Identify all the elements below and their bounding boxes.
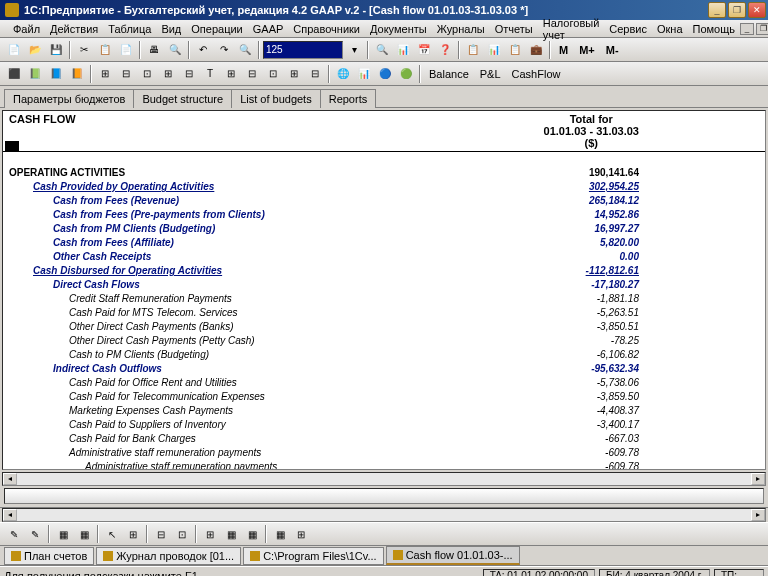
- search-icon[interactable]: 🔍: [372, 40, 392, 60]
- menu-reports[interactable]: Отчеты: [490, 23, 538, 35]
- menu-windows[interactable]: Окна: [652, 23, 688, 35]
- t2-4-icon[interactable]: 📙: [67, 64, 87, 84]
- tool3-icon[interactable]: 📋: [505, 40, 525, 60]
- window-tab[interactable]: План счетов: [4, 547, 94, 565]
- menu-file[interactable]: Файл: [8, 23, 45, 35]
- bb-6-icon[interactable]: ⊟: [151, 524, 171, 544]
- preview-icon[interactable]: 🔍: [165, 40, 185, 60]
- t2-9-icon[interactable]: ⊟: [179, 64, 199, 84]
- menu-docs[interactable]: Документы: [365, 23, 432, 35]
- t2-6-icon[interactable]: ⊟: [116, 64, 136, 84]
- mplus-button[interactable]: M+: [574, 43, 600, 57]
- t2-12-icon[interactable]: ⊟: [242, 64, 262, 84]
- report-hscroll[interactable]: ◂ ▸: [2, 472, 766, 486]
- bb-1-icon[interactable]: ✎: [4, 524, 24, 544]
- scroll-left-icon[interactable]: ◂: [3, 473, 17, 485]
- minimize-button[interactable]: _: [708, 2, 726, 18]
- window-tab[interactable]: Журнал проводок [01...: [96, 547, 241, 565]
- close-button[interactable]: ✕: [748, 2, 766, 18]
- tab-structure[interactable]: Budget structure: [133, 89, 232, 108]
- find-icon[interactable]: 🔍: [235, 40, 255, 60]
- balance-button[interactable]: Balance: [424, 67, 474, 81]
- calendar-icon[interactable]: 📅: [414, 40, 434, 60]
- bb-8-icon[interactable]: ⊞: [200, 524, 220, 544]
- row-label: Other Direct Cash Payments (Petty Cash): [9, 334, 579, 348]
- redo-icon[interactable]: ↷: [214, 40, 234, 60]
- scroll2-right-icon[interactable]: ▸: [751, 509, 765, 521]
- bb-9-icon[interactable]: ▦: [221, 524, 241, 544]
- menu-gaap[interactable]: GAAP: [248, 23, 289, 35]
- menu-view[interactable]: Вид: [156, 23, 186, 35]
- row-value: -1,881.18: [579, 292, 759, 306]
- menu-tax[interactable]: Налоговый учет: [538, 17, 605, 41]
- window-tab[interactable]: Cash flow 01.01.03-...: [386, 546, 520, 565]
- bb-2-icon[interactable]: ✎: [25, 524, 45, 544]
- maximize-button[interactable]: ❐: [728, 2, 746, 18]
- doc-restore-button[interactable]: ❐: [756, 23, 768, 35]
- mminus-button[interactable]: M-: [601, 43, 624, 57]
- report-row: Cash from Fees (Revenue)265,184.12: [3, 194, 765, 208]
- bb-7-icon[interactable]: ⊡: [172, 524, 192, 544]
- menu-refs[interactable]: Справочники: [288, 23, 365, 35]
- menu-operations[interactable]: Операции: [186, 23, 247, 35]
- tool2-icon[interactable]: 📊: [484, 40, 504, 60]
- dropdown-icon[interactable]: ▾: [344, 40, 364, 60]
- new-icon[interactable]: 📄: [4, 40, 24, 60]
- t2-18-icon[interactable]: 🔵: [375, 64, 395, 84]
- tab-list[interactable]: List of budgets: [231, 89, 321, 108]
- t2-7-icon[interactable]: ⊡: [137, 64, 157, 84]
- bb-11-icon[interactable]: ▦: [270, 524, 290, 544]
- t2-15-icon[interactable]: ⊟: [305, 64, 325, 84]
- tool4-icon[interactable]: 💼: [526, 40, 546, 60]
- save-icon[interactable]: 💾: [46, 40, 66, 60]
- t2-8-icon[interactable]: ⊞: [158, 64, 178, 84]
- bb-cursor-icon[interactable]: ↖: [102, 524, 122, 544]
- help-icon[interactable]: ❓: [435, 40, 455, 60]
- open-icon[interactable]: 📂: [25, 40, 45, 60]
- doc-minimize-button[interactable]: _: [740, 23, 754, 35]
- secondary-hscroll[interactable]: ◂ ▸: [2, 508, 766, 522]
- t2-19-icon[interactable]: 🟢: [396, 64, 416, 84]
- print-icon[interactable]: 🖶: [144, 40, 164, 60]
- bb-4-icon[interactable]: ▦: [74, 524, 94, 544]
- paste-icon[interactable]: 📄: [116, 40, 136, 60]
- tab-reports[interactable]: Reports: [320, 89, 377, 108]
- report-area[interactable]: CASH FLOW Total for 01.01.03 - 31.03.03 …: [2, 110, 766, 470]
- row-value: -78.25: [579, 334, 759, 348]
- t2-5-icon[interactable]: ⊞: [95, 64, 115, 84]
- t2-14-icon[interactable]: ⊞: [284, 64, 304, 84]
- report-row: Cash to PM Clients (Budgeting)-6,106.82: [3, 348, 765, 362]
- bb-3-icon[interactable]: ▦: [53, 524, 73, 544]
- tab-params[interactable]: Параметры бюджетов: [4, 89, 134, 108]
- calc-icon[interactable]: 📊: [393, 40, 413, 60]
- scroll2-left-icon[interactable]: ◂: [3, 509, 17, 521]
- undo-icon[interactable]: ↶: [193, 40, 213, 60]
- menu-actions[interactable]: Действия: [45, 23, 103, 35]
- m-button[interactable]: M: [554, 43, 573, 57]
- report-row: Cash from Fees (Affiliate)5,820.00: [3, 236, 765, 250]
- t2-17-icon[interactable]: 📊: [354, 64, 374, 84]
- zoom-field[interactable]: [263, 41, 343, 59]
- menu-help[interactable]: Помощь: [688, 23, 741, 35]
- row-value: -3,859.50: [579, 390, 759, 404]
- t2-11-icon[interactable]: ⊞: [221, 64, 241, 84]
- bb-5-icon[interactable]: ⊞: [123, 524, 143, 544]
- scroll-right-icon[interactable]: ▸: [751, 473, 765, 485]
- t2-2-icon[interactable]: 📗: [25, 64, 45, 84]
- menu-table[interactable]: Таблица: [103, 23, 156, 35]
- t2-3-icon[interactable]: 📘: [46, 64, 66, 84]
- t2-13-icon[interactable]: ⊡: [263, 64, 283, 84]
- menu-service[interactable]: Сервис: [604, 23, 652, 35]
- tool-icon[interactable]: 📋: [463, 40, 483, 60]
- t2-10-icon[interactable]: T: [200, 64, 220, 84]
- cashflow-button[interactable]: CashFlow: [507, 67, 566, 81]
- bb-10-icon[interactable]: ▦: [242, 524, 262, 544]
- copy-icon[interactable]: 📋: [95, 40, 115, 60]
- pl-button[interactable]: P&L: [475, 67, 506, 81]
- menu-journals[interactable]: Журналы: [432, 23, 490, 35]
- t2-1-icon[interactable]: ⬛: [4, 64, 24, 84]
- t2-16-icon[interactable]: 🌐: [333, 64, 353, 84]
- window-tab[interactable]: C:\Program Files\1Cv...: [243, 547, 384, 565]
- cut-icon[interactable]: ✂: [74, 40, 94, 60]
- bb-12-icon[interactable]: ⊞: [291, 524, 311, 544]
